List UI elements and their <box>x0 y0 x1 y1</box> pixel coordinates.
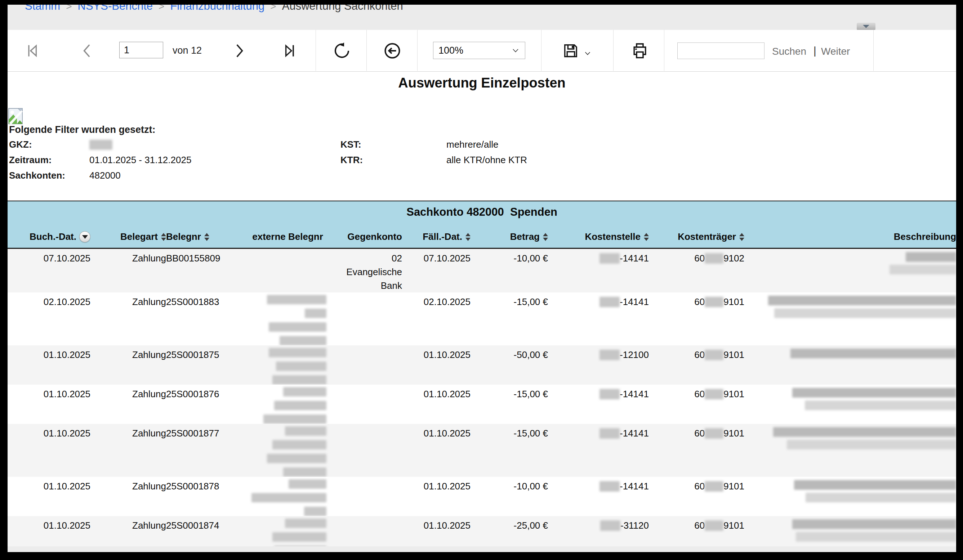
last-page-button[interactable] <box>280 42 299 60</box>
redacted-text <box>705 350 723 360</box>
cell-kostentraeger: 609101 <box>649 385 744 424</box>
cell-belegnr: 25S0001875 <box>166 345 245 385</box>
cell-kostenstelle: -14141 <box>548 477 649 516</box>
cell-faell-dat: 01.10.2025 <box>402 345 470 385</box>
redacted-text <box>245 295 330 345</box>
sort-icon <box>543 233 548 241</box>
next-page-button[interactable] <box>230 42 248 60</box>
filter-value: 01.01.2025 - 31.12.2025 <box>89 154 191 166</box>
cell-belegart: Zahlung <box>91 293 166 345</box>
column-header-belegnr[interactable]: Belegnr <box>166 228 245 249</box>
cell-faell-dat: 01.10.2025 <box>402 477 470 516</box>
previous-page-button[interactable] <box>79 42 97 60</box>
breadcrumb-item-auswertung-sachkonten: Auswertung Sachkonten <box>282 5 403 13</box>
cell-gegenkonto <box>330 477 402 516</box>
back-to-parent-button[interactable] <box>383 42 401 60</box>
cell-kostentraeger: 609101 <box>649 477 744 516</box>
redacted-text <box>600 428 620 439</box>
breadcrumb-item-nsys-berichte[interactable]: NSYS-Berichte <box>78 5 153 13</box>
cell-kostentraeger: 609101 <box>649 345 744 385</box>
cell-beschreibung <box>744 249 956 293</box>
toolbar-separator <box>541 30 541 71</box>
search-input[interactable] <box>677 42 765 59</box>
breadcrumb-item-finanzbuchhaltung[interactable]: Finanzbuchhaltung <box>170 5 264 13</box>
column-header-gegenkonto: Gegenkonto <box>330 228 402 249</box>
page-count-label: von 12 <box>173 45 202 56</box>
toolbar-separator <box>316 30 316 71</box>
scrollbar-button[interactable] <box>857 23 875 30</box>
sort-icon <box>465 233 470 241</box>
filter-label: GKZ: <box>9 139 32 150</box>
column-header-buch-dat-[interactable]: Buch.-Dat. <box>8 228 91 249</box>
cell-beschreibung <box>744 385 956 424</box>
filter-label: Sachkonten: <box>9 170 65 181</box>
cell-beschreibung <box>744 293 956 345</box>
cell-beschreibung <box>744 424 956 477</box>
zoom-select[interactable]: 100% <box>433 42 525 59</box>
floppy-disk-icon <box>561 41 580 60</box>
redacted-text <box>705 481 723 492</box>
redacted-text <box>600 481 620 492</box>
column-header-label: externe Belegnr <box>252 231 323 242</box>
column-header-beschreibung: Beschreibung <box>744 228 956 249</box>
search-button[interactable]: Suchen <box>772 46 806 57</box>
cell-betrag: -10,00 € <box>470 249 548 293</box>
search-divider: | <box>814 45 816 57</box>
cell-kostenstelle: -14141 <box>548 385 649 424</box>
page-title: Auswertung Einzelposten <box>8 75 956 91</box>
sort-icon <box>644 233 649 241</box>
cell-gegenkonto <box>330 424 402 477</box>
redacted-text <box>744 295 956 318</box>
column-header-kostenstelle[interactable]: Kostenstelle <box>548 228 649 249</box>
page-number-input[interactable] <box>119 42 163 58</box>
cell-belegnr: 25S0001876 <box>166 385 245 424</box>
cell-buch-dat: 01.10.2025 <box>8 345 91 385</box>
redacted-text <box>600 389 620 400</box>
filter-label: KTR: <box>340 154 363 166</box>
print-button[interactable] <box>630 41 650 60</box>
redacted-text <box>705 297 723 307</box>
first-page-button[interactable] <box>23 42 41 60</box>
cell-belegart: Zahlung <box>91 424 166 477</box>
column-header-label: Buch.-Dat. <box>29 231 76 242</box>
printer-icon <box>630 41 650 60</box>
column-header-kostenträger[interactable]: Kostenträger <box>649 228 744 249</box>
save-button[interactable] <box>561 41 592 60</box>
redacted-text <box>705 253 723 264</box>
report-toolbar: von 12 100% <box>8 30 956 72</box>
column-header-belegart[interactable]: Belegart <box>91 228 166 249</box>
zoom-value: 100% <box>438 45 511 56</box>
arrow-down-icon <box>863 25 869 28</box>
cell-belegnr: 25S0001877 <box>166 424 245 477</box>
column-header-fäll-dat-[interactable]: Fäll.-Dat. <box>402 228 470 249</box>
redacted-text <box>705 389 723 400</box>
search-next-button[interactable]: Weiter <box>821 46 850 57</box>
column-header-label: Kostenstelle <box>585 231 640 242</box>
breadcrumb: Stamm>NSYS-Berichte>Finanzbuchhaltung>Au… <box>25 5 403 13</box>
column-header-label: Belegnr <box>166 231 201 242</box>
redacted-text <box>744 479 956 502</box>
breadcrumb-bar: Stamm>NSYS-Berichte>Finanzbuchhaltung>Au… <box>8 5 956 30</box>
refresh-button[interactable] <box>333 42 351 60</box>
breadcrumb-item-stamm[interactable]: Stamm <box>25 5 60 13</box>
cell-kostenstelle: -14141 <box>548 249 649 293</box>
column-header-label: Betrag <box>510 231 540 242</box>
toolbar-separator <box>613 30 614 71</box>
cell-externe-belegnr <box>245 385 330 424</box>
cell-belegnr: 25S0001883 <box>166 293 245 345</box>
redacted-text <box>600 520 620 531</box>
cell-gegenkonto <box>330 385 402 424</box>
column-header-betrag[interactable]: Betrag <box>470 228 548 249</box>
redacted-text <box>245 426 330 477</box>
cell-buch-dat: 07.10.2025 <box>8 249 91 293</box>
cell-kostentraeger: 609102 <box>649 249 744 293</box>
filter-label: Zeitraum: <box>9 154 52 166</box>
table-row: 01.10.2025Zahlung25S000187801.10.2025-10… <box>8 477 956 516</box>
cell-kostenstelle: -14141 <box>548 424 649 477</box>
redacted-text <box>245 387 330 424</box>
cell-belegart: Zahlung <box>91 385 166 424</box>
redacted-text <box>744 348 956 358</box>
report-table: Sachkonto 482000 Spenden Buch.-Dat.Beleg… <box>8 201 956 552</box>
screen: { "breadcrumb": { "separator": ">", "ite… <box>0 0 963 560</box>
cell-belegart: Zahlung <box>91 249 166 293</box>
